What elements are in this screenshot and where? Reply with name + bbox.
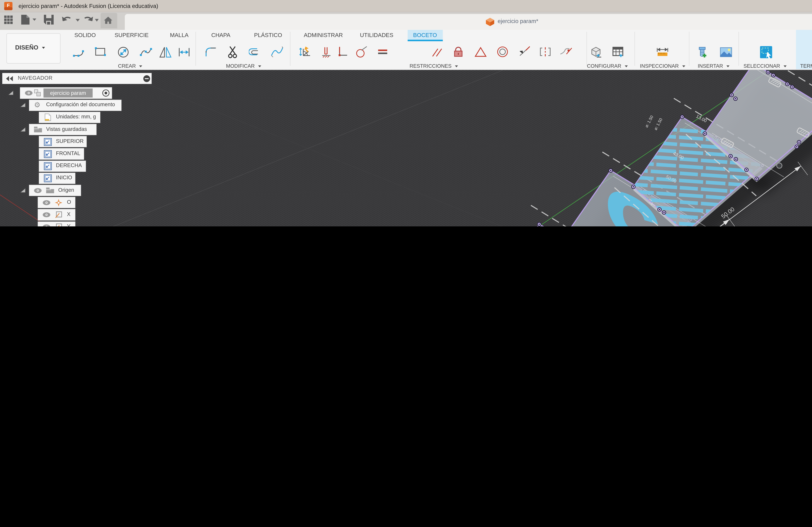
- svg-text:F: F: [7, 3, 10, 8]
